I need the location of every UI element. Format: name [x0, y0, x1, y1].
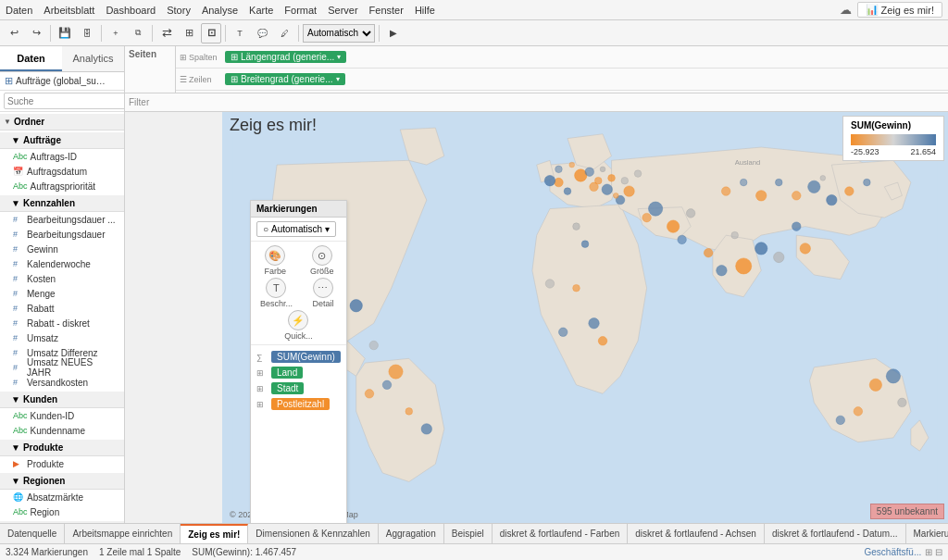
marks-header: Markierungen: [251, 201, 346, 218]
label-button[interactable]: T Beschr...: [260, 278, 293, 308]
quick-button[interactable]: ⚡ Quick...: [284, 310, 313, 341]
show-me-button[interactable]: 📊 Zeig es mir!: [857, 2, 942, 18]
size-button[interactable]: ⊙ Größe: [308, 245, 336, 276]
legend-max: 21.654: [910, 147, 936, 156]
svg-point-37: [589, 318, 599, 329]
detail-button[interactable]: ⋯ Detail: [309, 278, 337, 308]
field-bearbeitungsdauer2[interactable]: # Bearbeitungsdauer: [0, 227, 124, 242]
ordner-section-header[interactable]: ▼ Ordner: [0, 114, 124, 131]
svg-point-53: [594, 177, 602, 184]
field-kundenname[interactable]: Abc Kundenname: [0, 423, 124, 438]
rows-pill[interactable]: ⊞ Breitengrad (generie... ▾: [225, 73, 345, 85]
viz-type-select[interactable]: Automatisch: [303, 24, 375, 43]
tab-diskret-farben[interactable]: diskret & fortlaufend - Farben: [493, 524, 629, 544]
menu-item[interactable]: Story: [167, 5, 191, 16]
menu-item[interactable]: Dashboard: [106, 5, 156, 16]
swap-button[interactable]: ⇄: [156, 23, 177, 44]
tab-diskret-achsen[interactable]: diskret & fortlaufend - Achsen: [628, 524, 765, 544]
field-auftrags-id[interactable]: Abc Auftrags-ID: [0, 149, 124, 164]
hash-icon: #: [13, 304, 24, 313]
stadt-pill[interactable]: Stadt: [271, 382, 304, 394]
tab-markierungen[interactable]: Markierungen: [906, 524, 948, 544]
field-produkte[interactable]: ▶ Produkte: [0, 456, 124, 471]
datasource-name[interactable]: Aufträge (global_superst...: [16, 76, 108, 86]
tab-beispiel[interactable]: Beispiel: [444, 524, 493, 544]
kennzahlen-section-header[interactable]: ▼ Kennzahlen: [0, 195, 124, 212]
globe-icon: 🌐: [13, 492, 24, 502]
svg-point-16: [869, 379, 881, 391]
field-rabatt-diskret[interactable]: # Rabatt - diskret: [0, 316, 124, 330]
land-pill[interactable]: Land: [271, 367, 303, 379]
undo-button[interactable]: ↩: [4, 23, 24, 44]
svg-point-31: [792, 222, 802, 231]
sidebar-content: ▼ Ordner ▼ Aufträge Abc Auftrags-ID 📅 Au…: [0, 112, 124, 523]
field-kosten[interactable]: # Kosten: [0, 271, 124, 286]
search-input[interactable]: [4, 93, 125, 109]
menu-item[interactable]: Daten: [6, 5, 32, 16]
auftraege-section-header[interactable]: ▼ Aufträge: [0, 132, 124, 149]
redo-button[interactable]: ↪: [26, 23, 46, 44]
present-button[interactable]: ▶: [383, 23, 404, 44]
field-rabatt[interactable]: # Rabatt: [0, 301, 124, 316]
menu-item[interactable]: Fenster: [369, 5, 404, 16]
fit-button[interactable]: ⊡: [201, 23, 221, 44]
menu-item[interactable]: Format: [284, 5, 317, 16]
field-label: Kundenname: [31, 426, 86, 436]
svg-point-56: [621, 177, 629, 184]
tooltip-button[interactable]: 💬: [252, 23, 272, 44]
labels-button[interactable]: T: [230, 23, 250, 44]
tab-diskret-datum[interactable]: diskret & fortlaufend - Datum...: [765, 524, 906, 544]
land-label: Land: [277, 367, 297, 378]
tab-dim-kennzahlen[interactable]: Dimensionen & Kennzahlen: [248, 524, 378, 544]
duplicate-button[interactable]: ⧉: [128, 23, 148, 44]
tab-datenquelle[interactable]: Datenquelle: [0, 524, 65, 544]
field-auftragsdatum[interactable]: 📅 Auftragsdatum: [0, 164, 124, 179]
format-button[interactable]: 🖊: [274, 23, 294, 44]
save-button[interactable]: 💾: [55, 23, 75, 44]
tab-zeig-es-mir[interactable]: Zeig es mir!: [181, 524, 248, 544]
tab-arbeitsmappe[interactable]: Arbeitsmappe einrichten: [65, 524, 181, 544]
rows-label: ☰ Zeilen: [180, 75, 221, 84]
field-auftragsprioritaet[interactable]: Abc Auftragspriorität: [0, 179, 124, 193]
versand-section-header[interactable]: ▼ Versand: [0, 521, 124, 523]
quick-icon: ⚡: [288, 310, 308, 330]
field-gewinn[interactable]: # Gewinn: [0, 242, 124, 256]
menu-item[interactable]: Analyse: [202, 5, 238, 16]
tab-analytics[interactable]: Analytics: [62, 46, 124, 71]
postleitzahl-pill[interactable]: Postleitzahl: [271, 398, 330, 410]
marks-field-stadt: ⊞ Stadt: [256, 380, 341, 396]
columns-pill[interactable]: ⊞ Längengrad (generie... ▾: [225, 51, 346, 63]
produkte-section-header[interactable]: ▼ Produkte: [0, 440, 124, 456]
color-button[interactable]: 🎨 Farbe: [261, 245, 289, 276]
field-region[interactable]: Abc Region: [0, 504, 124, 519]
menu-item[interactable]: Arbeitsblatt: [44, 5, 94, 16]
geschaeftsfuehrung-label[interactable]: Geschäftsfü...: [865, 547, 922, 557]
menu-item[interactable]: Karte: [249, 5, 273, 16]
tab-daten[interactable]: Daten: [0, 46, 62, 71]
field-umsatz[interactable]: # Umsatz: [0, 330, 124, 345]
abc-icon: Abc: [13, 411, 28, 420]
legend-min: -25.923: [851, 147, 879, 156]
add-sheet-button[interactable]: +: [106, 23, 126, 44]
sort-button[interactable]: ⊞: [179, 23, 199, 44]
field-bearbeitungsdauer1[interactable]: # Bearbeitungsdauer ...: [0, 212, 124, 227]
menu-item[interactable]: Hilfe: [415, 5, 435, 16]
menu-item[interactable]: Server: [328, 5, 357, 16]
cloud-icon[interactable]: ☁: [840, 3, 852, 17]
regionen-section-header[interactable]: ▼ Regionen: [0, 473, 124, 490]
field-absatzmaerkte[interactable]: 🌐 Absatzmärkte: [0, 490, 124, 504]
kunden-section-header[interactable]: ▼ Kunden: [0, 392, 124, 408]
size-label: Größe: [310, 267, 334, 276]
hash-icon: #: [13, 259, 24, 268]
tab-aggragation[interactable]: Aggragation: [379, 524, 444, 544]
svg-point-13: [736, 258, 752, 274]
sum-gewinn-pill[interactable]: SUM(Gewinn): [271, 351, 341, 363]
unknown-badge[interactable]: 595 unbekannt: [870, 504, 944, 519]
marks-type-select[interactable]: ○ Automatisch ▾: [256, 221, 336, 237]
field-menge[interactable]: # Menge: [0, 286, 124, 301]
field-kalenderwoche[interactable]: # Kalenderwoche: [0, 256, 124, 271]
field-kunden-id[interactable]: Abc Kunden-ID: [0, 408, 124, 423]
field-umsatz-neues-jahr[interactable]: # Umsatz NEUES JAHR: [0, 360, 124, 375]
new-datasource-button[interactable]: 🗄: [77, 23, 97, 44]
field-label: Versandkosten: [27, 378, 88, 388]
